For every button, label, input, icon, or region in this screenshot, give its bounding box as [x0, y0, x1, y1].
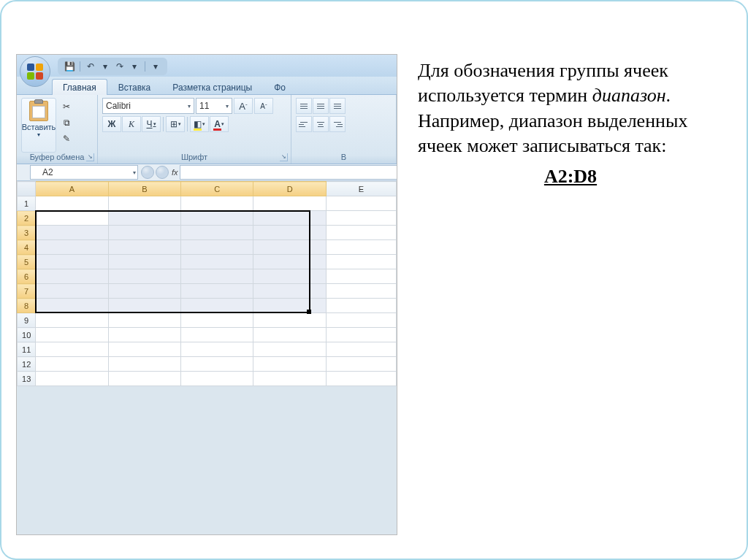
cell[interactable] — [253, 240, 326, 255]
borders-button[interactable]: ⊞▾ — [166, 116, 185, 132]
cut-icon[interactable]: ✂ — [59, 99, 74, 114]
col-header[interactable]: B — [108, 182, 180, 196]
cell[interactable] — [108, 255, 180, 269]
fill-color-button[interactable]: ◧▾ — [190, 116, 209, 132]
tab-home[interactable]: Главная — [52, 79, 107, 95]
cell[interactable] — [326, 226, 396, 240]
align-right-button[interactable] — [329, 116, 346, 132]
undo-dd[interactable]: ▾ — [99, 61, 111, 72]
cell[interactable] — [181, 240, 253, 255]
row-header[interactable]: 9 — [18, 313, 36, 328]
ribbon: Вставить ▾ ✂ ⧉ ✎ Буфер обмена ↘ — [17, 95, 397, 164]
chevron-down-icon: ▾ — [224, 103, 230, 110]
cell[interactable] — [253, 255, 326, 269]
bold-button[interactable]: Ж — [102, 116, 121, 132]
row-header[interactable]: 11 — [18, 342, 36, 357]
tab-page-layout[interactable]: Разметка страницы — [161, 79, 263, 95]
redo-dd[interactable]: ▾ — [129, 61, 140, 72]
cell[interactable] — [326, 211, 396, 226]
format-painter-icon[interactable]: ✎ — [59, 131, 74, 146]
col-header[interactable]: E — [326, 182, 396, 196]
enter-button[interactable] — [156, 166, 169, 179]
cell[interactable] — [181, 299, 253, 313]
qat-customize-icon[interactable]: ▾ — [150, 61, 161, 72]
cancel-button[interactable] — [141, 166, 154, 179]
spreadsheet-grid[interactable]: A B C D E 1 2 3 4 5 6 7 8 9 10 11 12 13 — [17, 181, 397, 386]
align-middle-button[interactable] — [313, 98, 329, 114]
grow-font-button[interactable]: Aˆ — [234, 98, 253, 114]
save-icon[interactable]: 💾 — [64, 61, 75, 72]
font-name-combo[interactable]: Calibri▾ — [102, 98, 194, 114]
ribbon-tabs: Главная Вставка Разметка страницы Фо — [17, 77, 397, 95]
underline-button[interactable]: Ч▾ — [142, 116, 161, 132]
group-font: Calibri▾ 11▾ Aˆ Aˇ Ж — [98, 95, 291, 164]
fx-icon[interactable]: fx — [172, 168, 178, 177]
copy-icon[interactable]: ⧉ — [59, 115, 74, 130]
cell[interactable] — [326, 299, 396, 313]
font-color-button[interactable]: A▾ — [210, 116, 229, 132]
align-top-button[interactable] — [296, 98, 312, 114]
cell[interactable] — [253, 269, 326, 284]
row-header[interactable]: 12 — [18, 357, 36, 372]
redo-icon[interactable]: ↷ — [114, 61, 126, 72]
name-box[interactable]: A2▾ — [30, 165, 138, 180]
col-header[interactable]: D — [253, 182, 326, 196]
cell[interactable] — [181, 255, 253, 269]
cell[interactable] — [326, 284, 396, 299]
chevron-down-icon: ▾ — [133, 169, 137, 176]
cell[interactable] — [36, 269, 108, 284]
cell[interactable] — [108, 269, 180, 284]
cell[interactable] — [253, 299, 326, 313]
cell[interactable] — [108, 284, 180, 299]
align-center-button[interactable] — [313, 116, 329, 132]
cell[interactable] — [253, 284, 326, 299]
align-bottom-button[interactable] — [329, 98, 346, 114]
cell[interactable] — [36, 211, 108, 226]
font-size-combo[interactable]: 11▾ — [196, 98, 232, 114]
row-header[interactable]: 6 — [18, 269, 36, 284]
align-left-button[interactable] — [296, 116, 312, 132]
cell[interactable] — [181, 284, 253, 299]
cell[interactable] — [108, 211, 180, 226]
cell[interactable] — [36, 240, 108, 255]
row-header[interactable]: 2 — [18, 211, 36, 226]
cell[interactable] — [36, 284, 108, 299]
tab-formulas[interactable]: Фо — [263, 79, 297, 95]
row-header[interactable]: 5 — [18, 255, 36, 269]
cell[interactable] — [108, 299, 180, 313]
row-header[interactable]: 1 — [18, 196, 36, 211]
cell[interactable] — [181, 211, 253, 226]
clipboard-dialog-launcher-icon[interactable]: ↘ — [86, 153, 94, 161]
cell[interactable] — [36, 255, 108, 269]
cell[interactable] — [326, 255, 396, 269]
col-header[interactable]: C — [181, 182, 253, 196]
undo-icon[interactable]: ↶ — [85, 61, 96, 72]
cell[interactable] — [36, 299, 108, 313]
row-header[interactable]: 7 — [18, 284, 36, 299]
italic-button[interactable]: К — [122, 116, 141, 132]
paste-button[interactable]: Вставить ▾ — [21, 98, 56, 153]
row-header[interactable]: 8 — [18, 299, 36, 313]
row-header[interactable]: 13 — [18, 372, 36, 386]
col-header[interactable]: A — [36, 182, 108, 196]
row-header[interactable]: 3 — [18, 226, 36, 240]
font-dialog-launcher-icon[interactable]: ↘ — [280, 153, 288, 161]
shrink-font-button[interactable]: Aˇ — [254, 98, 273, 114]
explanation-text: Для обозначения группы ячеек используетс… — [418, 54, 723, 535]
paste-dropdown-icon[interactable]: ▾ — [37, 131, 40, 138]
cell[interactable] — [181, 269, 253, 284]
cell[interactable] — [326, 240, 396, 255]
row-header[interactable]: 4 — [18, 240, 36, 255]
tab-insert[interactable]: Вставка — [107, 79, 162, 95]
office-button[interactable] — [20, 56, 50, 87]
cell[interactable] — [108, 226, 180, 240]
cell[interactable] — [108, 240, 180, 255]
cell[interactable] — [253, 211, 326, 226]
formula-input[interactable] — [180, 165, 397, 180]
cell[interactable] — [36, 226, 108, 240]
select-all-corner[interactable] — [18, 182, 36, 196]
cell[interactable] — [181, 226, 253, 240]
cell[interactable] — [253, 226, 326, 240]
cell[interactable] — [326, 269, 396, 284]
row-header[interactable]: 10 — [18, 328, 36, 342]
